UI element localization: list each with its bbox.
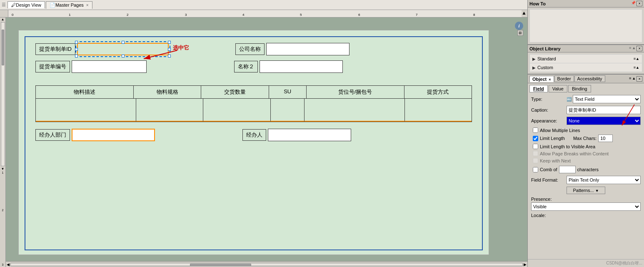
scroll-left-icon[interactable]: ◀ <box>6 262 10 267</box>
field-group-name2: 名称２ <box>234 60 343 73</box>
checkbox-limit[interactable] <box>533 136 538 141</box>
tab-bar: ☰ 🖊 Design View 📄 Master Pages × <box>0 0 527 10</box>
scroll-v-up[interactable]: ▲ <box>522 10 527 17</box>
obj-panel-menu-icon[interactable]: ≡ <box>629 76 631 82</box>
form-content: 提货单制单ID <box>19 30 489 159</box>
table-cell-method[interactable] <box>405 99 472 122</box>
locale-label: Locale: <box>531 213 546 218</box>
how-to-title: How To <box>529 1 546 6</box>
tab-object-close[interactable]: × <box>549 77 551 82</box>
scrollbar-h-track[interactable] <box>10 263 523 266</box>
subtab-binding[interactable]: Binding <box>568 85 591 92</box>
scroll-v-thumb[interactable] <box>2 30 4 65</box>
canvas-resize-handle[interactable]: ⊞ <box>517 30 523 36</box>
obj-panel-up-icon[interactable]: ▲ <box>632 76 636 82</box>
checkbox-comb[interactable] <box>533 167 538 172</box>
obj-lib-close-btn[interactable]: × <box>637 46 642 51</box>
scroll-right-icon[interactable]: ▶ <box>523 262 527 267</box>
lib-item-standard[interactable]: ▶ Standard ≡▲ <box>530 55 642 63</box>
tab-object[interactable]: Object × <box>529 76 554 82</box>
lib-item-custom[interactable]: ▶ Custom ≡▲ <box>530 63 642 72</box>
table-cell-su[interactable] <box>271 99 305 122</box>
subtab-value[interactable]: Value <box>549 85 567 92</box>
obj-panel-title-bar: Object × Border Accessibility ≡ ▲ × <box>528 75 644 83</box>
label-tihuodan-no: 提货单编号 <box>35 61 70 72</box>
type-select[interactable]: Text Field <box>573 95 641 103</box>
standard-arrow-icon: ▶ <box>532 57 536 61</box>
field-operator-input[interactable] <box>268 129 351 141</box>
comb-input[interactable] <box>559 166 576 173</box>
locale-row: Locale: <box>531 212 641 218</box>
custom-options-icon[interactable]: ≡▲ <box>634 65 639 70</box>
patterns-arrow-icon: ▼ <box>595 189 599 193</box>
form-row-1: 提货单制单ID <box>35 43 472 55</box>
comb-chars-label: characters <box>577 167 599 172</box>
design-view-icon: 🖊 <box>11 2 16 7</box>
label-name2: 名称２ <box>234 61 258 72</box>
scroll-v-track[interactable] <box>1 22 5 166</box>
table-cell-spec[interactable] <box>136 99 203 122</box>
field-tihuodan-id-input[interactable] <box>77 43 169 55</box>
obj-panel-close-btn[interactable]: × <box>637 76 642 82</box>
table-cell-material[interactable] <box>36 99 136 122</box>
scroll-down-icon[interactable]: ▼ <box>1 167 5 171</box>
field-tihuodan-no-input[interactable] <box>72 60 147 73</box>
how-to-pin-icon[interactable]: 📌 <box>631 1 636 6</box>
table-data-row <box>36 99 472 122</box>
field-group-tihuodan-id: 提货单制单ID <box>35 43 169 55</box>
label-tihuodan-id: 提货单制单ID <box>35 43 75 55</box>
obj-lib-title: Object Library <box>529 46 561 51</box>
patterns-button[interactable]: Patterns... ▼ <box>567 187 605 194</box>
scroll-up-icon[interactable]: ▲ <box>1 17 5 21</box>
comb-row: Comb of characters <box>531 166 641 173</box>
appearance-select[interactable]: None <box>567 117 641 125</box>
comb-label: Comb of <box>540 167 557 172</box>
appearance-label: Appearance: <box>531 118 567 123</box>
max-chars-input[interactable] <box>598 135 613 142</box>
scrollbar-h-thumb[interactable] <box>190 264 251 266</box>
tab-master-pages[interactable]: 📄 Master Pages × <box>46 1 92 9</box>
ruler-mark-1: 1 <box>69 13 70 17</box>
field-company-input[interactable] <box>266 43 349 55</box>
obj-lib-menu-icon[interactable]: ≡ <box>629 46 631 51</box>
obj-lib-controls: ≡ ▲ × <box>629 46 642 51</box>
table-cell-location[interactable] <box>305 99 405 122</box>
field-dept-input[interactable] <box>72 129 155 141</box>
selected-field-wrapper[interactable] <box>77 43 169 55</box>
ruler-mark-2: 2 <box>127 13 128 17</box>
tab-master-pages-close[interactable]: × <box>86 3 89 7</box>
table-cell-qty[interactable] <box>203 99 270 122</box>
form-row-2: 提货单编号 名称２ <box>35 60 472 73</box>
right-panels: How To 📌 × Object Library ≡ ▲ × ▶ <box>527 0 644 267</box>
how-to-panel: How To 📌 × <box>528 0 644 45</box>
tab-design-view[interactable]: 🖊 Design View <box>7 1 45 8</box>
how-to-close-btn[interactable]: × <box>637 1 642 6</box>
field-format-select[interactable]: Plain Text Only <box>567 176 641 184</box>
form-page: 提货单制单ID <box>18 30 489 255</box>
patterns-btn-label: Patterns... <box>573 188 594 193</box>
ruler-mark-7: 7 <box>416 13 417 17</box>
checkbox-pagebreaks <box>533 151 538 156</box>
canvas-info-icon[interactable]: i <box>515 22 523 30</box>
checkbox-limit-visible-label: Limit Length to Visible Area <box>540 144 595 149</box>
field-name2-input[interactable] <box>260 60 343 73</box>
canvas-scrollbar-h[interactable]: ◀ ▶ <box>6 261 527 267</box>
ruler-mark-3: 3 <box>185 13 187 17</box>
tab-border[interactable]: Border <box>554 75 574 82</box>
checkbox-limit-visible[interactable] <box>533 144 538 149</box>
tab-accessibility[interactable]: Accessibility <box>574 75 605 82</box>
standard-options-icon[interactable]: ≡▲ <box>634 57 639 61</box>
field-group-tihuodan-no: 提货单编号 <box>35 60 147 73</box>
table-header-row: 物料描述 物料规格 交货数量 SU 货位号/捆包号 提货方式 <box>36 86 472 99</box>
obj-lib-up-icon[interactable]: ▲ <box>632 46 636 51</box>
checkbox-multiline[interactable] <box>533 127 538 133</box>
scroll-v-bar[interactable]: ▲ ▼ 1 2 3 <box>0 17 6 267</box>
app-menu-icon[interactable]: ☰ <box>2 2 6 7</box>
ruler-v-1: 1 <box>2 171 4 175</box>
presence-select[interactable]: Visible <box>531 202 641 211</box>
label-dept: 经办人部门 <box>35 129 70 141</box>
presence-label: Presence: <box>531 197 641 202</box>
subtab-field[interactable]: Field <box>529 85 548 92</box>
caption-input[interactable] <box>567 106 641 114</box>
type-label: Type: <box>531 97 567 102</box>
